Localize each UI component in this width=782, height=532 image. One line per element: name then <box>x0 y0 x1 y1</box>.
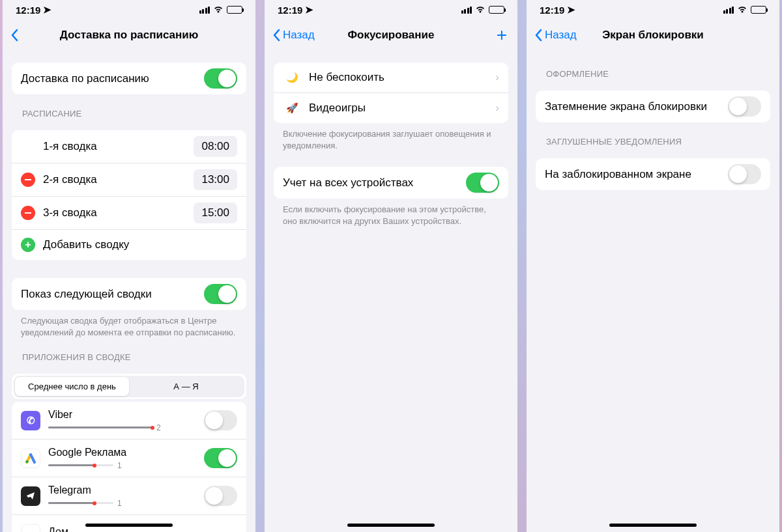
time-value[interactable]: 08:00 <box>194 136 237 157</box>
svg-point-0 <box>25 460 29 463</box>
home-icon: ⌂ <box>21 524 40 532</box>
row-label: 3-я сводка <box>43 206 194 219</box>
google-ads-icon <box>21 449 40 468</box>
time-value[interactable]: 15:00 <box>194 203 237 223</box>
next-summary-toggle-row: Показ следующей сводки <box>12 278 246 310</box>
section-header: ПРИЛОЖЕНИЯ В СВОДКЕ <box>12 338 246 366</box>
remove-icon[interactable] <box>21 173 35 187</box>
page-title: Доставка по расписанию <box>60 29 199 42</box>
back-label: Назад <box>545 29 577 42</box>
battery-icon <box>751 6 766 14</box>
remove-icon[interactable] <box>21 206 35 220</box>
on-lock-row: На заблокированном экране <box>536 158 770 190</box>
row-label: На заблокированном экране <box>545 168 728 181</box>
battery-icon <box>227 6 242 14</box>
chevron-right-icon: › <box>495 71 499 84</box>
app-name: Telegram <box>48 484 197 496</box>
time-value[interactable]: 13:00 <box>194 169 237 190</box>
location-icon: ➤ <box>305 4 313 16</box>
screen-lock: 12:19➤ Назад Экран блокировки ОФОРМЛЕНИЕ… <box>527 0 779 532</box>
page-title: Экран блокировки <box>602 29 704 42</box>
app-name: Дом <box>48 526 231 532</box>
chevron-right-icon: › <box>495 102 499 115</box>
add-summary-row[interactable]: + Добавить сводку <box>12 230 246 260</box>
status-time: 12:19 <box>540 5 564 16</box>
lock-toggle[interactable] <box>728 164 761 184</box>
row-label: Видеоигры <box>309 102 495 115</box>
share-across-devices-row: Учет на всех устройствах <box>274 167 508 199</box>
home-indicator[interactable] <box>609 524 697 527</box>
section-header: ЗАГЛУШЕННЫЕ УВЕДОМЛЕНИЯ <box>536 122 770 150</box>
nav-bar: Назад Фокусирование + <box>265 21 517 49</box>
row-label: Учет на всех устройствах <box>283 176 466 189</box>
summary-row-1[interactable]: 1-я сводка 08:00 <box>12 130 246 163</box>
app-toggle[interactable] <box>204 448 237 468</box>
app-toggle[interactable] <box>204 486 237 506</box>
nav-bar: Назад Экран блокировки <box>527 21 779 49</box>
footer-text: Следующая сводка будет отображаться в Це… <box>12 310 246 338</box>
section-header: ОФОРМЛЕНИЕ <box>536 55 770 83</box>
next-summary-toggle[interactable] <box>204 284 237 304</box>
signal-icon <box>199 7 210 14</box>
back-button[interactable]: Назад <box>272 29 315 42</box>
dim-lock-row: Затемнение экрана блокировки <box>536 91 770 122</box>
chevron-left-icon <box>10 29 18 42</box>
summary-row-2[interactable]: 2-я сводка 13:00 <box>12 163 246 197</box>
footer-text: Включение фокусирования заглушает оповещ… <box>274 123 508 151</box>
wifi-icon <box>475 5 485 16</box>
focus-gaming-row[interactable]: 🚀 Видеоигры › <box>274 93 508 123</box>
app-row-viber: ✆ Viber 2 <box>12 402 246 440</box>
row-label: Показ следующей сводки <box>21 288 204 301</box>
viber-icon: ✆ <box>21 411 40 430</box>
location-icon: ➤ <box>43 4 51 16</box>
battery-icon <box>489 6 504 14</box>
rocket-icon: 🚀 <box>283 99 301 117</box>
status-bar: 12:19➤ <box>265 0 517 12</box>
app-toggle[interactable] <box>204 410 237 430</box>
moon-icon: 🌙 <box>283 68 301 87</box>
share-toggle[interactable] <box>466 173 499 193</box>
status-time: 12:19 <box>16 5 40 16</box>
row-label: Доставка по расписанию <box>21 72 204 85</box>
segment-control[interactable]: Среднее число в день А — Я <box>14 376 244 397</box>
summary-row-3[interactable]: 3-я сводка 15:00 <box>12 197 246 230</box>
screen-focus: 12:19➤ Назад Фокусирование + 🌙 Не беспок… <box>265 0 517 532</box>
home-indicator[interactable] <box>85 524 173 527</box>
status-bar: 12:19➤ <box>3 0 255 12</box>
home-indicator[interactable] <box>347 524 435 527</box>
signal-icon <box>461 7 472 14</box>
back-label: Назад <box>283 29 315 42</box>
footer-text: Если включить фокусирование на этом устр… <box>274 199 508 227</box>
row-label: 2-я сводка <box>43 173 194 186</box>
back-button[interactable]: Назад <box>534 29 577 42</box>
focus-dnd-row[interactable]: 🌙 Не беспокоить › <box>274 63 508 93</box>
segment-alpha[interactable]: А — Я <box>129 377 243 396</box>
scheduled-delivery-toggle-row: Доставка по расписанию <box>12 63 246 94</box>
app-name: Viber <box>48 409 197 421</box>
back-button[interactable] <box>10 29 21 42</box>
app-name: Google Реклама <box>48 447 197 458</box>
wifi-icon <box>213 5 224 16</box>
app-count: 1 <box>117 461 122 470</box>
app-count: 1 <box>117 499 122 508</box>
scheduled-delivery-toggle[interactable] <box>204 68 237 89</box>
dim-toggle[interactable] <box>728 96 761 117</box>
add-button[interactable]: + <box>497 25 507 46</box>
section-header: РАСПИСАНИЕ <box>12 94 246 122</box>
row-label: Затемнение экрана блокировки <box>545 100 728 113</box>
location-icon: ➤ <box>567 4 575 16</box>
status-bar: 12:19➤ <box>527 0 779 12</box>
app-count: 2 <box>156 423 161 432</box>
signal-icon <box>723 7 734 14</box>
segment-avg[interactable]: Среднее число в день <box>15 377 129 396</box>
screen-scheduled-delivery: 12:19➤ Доставка по расписанию Доставка п… <box>3 0 255 532</box>
app-row-telegram: Telegram 1 <box>12 477 246 515</box>
telegram-icon <box>21 486 40 506</box>
app-row-google-ads: Google Реклама 1 <box>12 440 246 477</box>
wifi-icon <box>737 5 747 16</box>
add-icon: + <box>21 238 35 252</box>
chevron-left-icon <box>534 29 542 42</box>
row-label: Не беспокоить <box>309 71 495 84</box>
row-label: 1-я сводка <box>21 140 194 153</box>
chevron-left-icon <box>272 29 280 42</box>
